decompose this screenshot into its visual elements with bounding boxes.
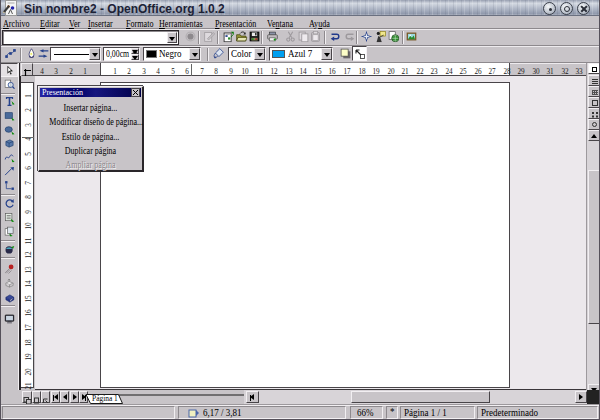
svg-text:Página 1: Página 1	[92, 394, 118, 403]
